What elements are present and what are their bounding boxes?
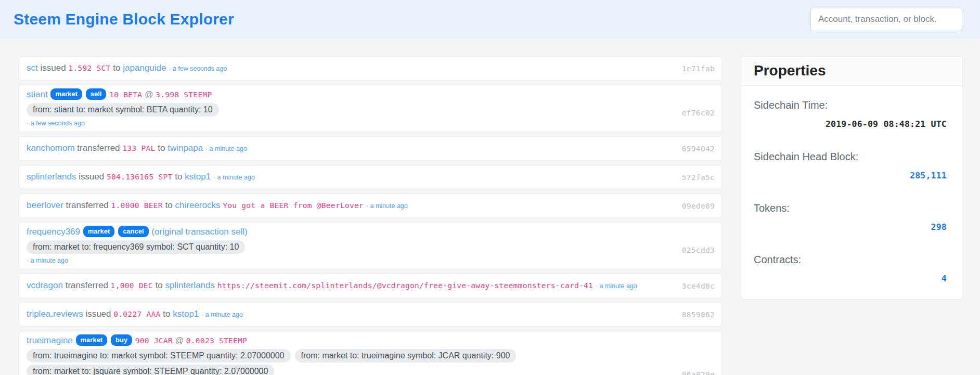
transfer-detail-pill: from: market to: jsquare symbol: STEEMP … [27, 365, 274, 375]
sidechain-head-block-link[interactable]: 285,111 [754, 171, 947, 180]
account-link[interactable]: chireerocks [175, 200, 221, 210]
transaction-id: 572fa5c [682, 173, 715, 182]
property-label: Contracts: [754, 254, 947, 266]
account-link[interactable]: vcdragon [27, 280, 63, 290]
transaction-summary: kanchomom transferred 133 PAL to twinpap… [27, 141, 664, 156]
at-symbol: @ [175, 336, 184, 345]
transaction-id: 025cdd3 [682, 246, 715, 254]
amount-code: 133 PAL [122, 144, 155, 152]
transaction-summary: trueimagine market buy 900 JCAR @ 0.0023… [27, 334, 664, 347]
amount-code: 10 BETA [109, 90, 142, 99]
transaction-card: trueimagine market buy 900 JCAR @ 0.0023… [19, 331, 722, 375]
account-link[interactable]: twinpapa [167, 143, 203, 153]
timestamp-link[interactable]: a minute ago [217, 174, 255, 181]
amount-code: 1,000 DEC [111, 281, 153, 290]
separator-dot: · [205, 145, 210, 152]
account-link[interactable]: stiant [27, 89, 48, 99]
account-link[interactable]: frequency369 [27, 227, 80, 237]
transaction-id: 09ede89 [682, 202, 715, 210]
property-sidechain-time: Sidechain Time: 2019-06-09 08:48:21 UTC [754, 99, 947, 129]
transaction-summary: vcdragon transferred 1,000 DEC to splint… [27, 279, 664, 293]
market-badge: market [83, 226, 115, 237]
account-link[interactable]: beerlover [27, 200, 63, 210]
properties-title: Properties [754, 62, 950, 79]
property-label: Tokens: [754, 202, 947, 214]
account-link[interactable]: japanguide [123, 63, 166, 73]
transaction-card: vcdragon transferred 1,000 DEC to splint… [19, 274, 722, 298]
separator-dot: · [213, 174, 217, 181]
search-input[interactable] [810, 8, 962, 31]
sidechain-time-value: 2019-06-09 08:48:21 UTC [754, 119, 947, 129]
transaction-id: 6594042 [682, 145, 715, 153]
transaction-id: 3ce4d8c [682, 282, 715, 290]
transfer-details-row: from: trueimagine to: market symbol: STE… [27, 349, 664, 363]
transfer-detail-pill: from: trueimagine to: market symbol: STE… [27, 349, 291, 363]
properties-panel: Properties Sidechain Time: 2019-06-09 08… [741, 56, 963, 300]
transaction-summary: beerlover transferred 1.0000 BEER to chi… [27, 199, 664, 213]
transaction-card: kanchomom transferred 133 PAL to twinpap… [19, 136, 722, 161]
transaction-summary: triplea.reviews issued 0.0227 AAA to kst… [27, 307, 664, 321]
transfer-details-row: from: stiant to: market symbol: BETA qua… [27, 103, 664, 117]
transaction-card: triplea.reviews issued 0.0227 AAA to kst… [19, 302, 722, 327]
account-link[interactable]: triplea.reviews [27, 309, 83, 319]
action-text: transferred [77, 143, 120, 153]
action-text: to [113, 63, 120, 73]
amount-code: 0.0023 STEEMP [186, 337, 247, 345]
original-transaction-link[interactable]: (original transaction sell) [151, 227, 247, 237]
transaction-id: ef76c02 [682, 109, 715, 117]
contracts-count-link[interactable]: 4 [754, 274, 947, 283]
action-text: to [156, 280, 163, 290]
account-link[interactable]: kstop1 [185, 172, 211, 182]
amount-code: 1.0000 BEER [111, 201, 163, 210]
market-badge: market [76, 334, 108, 346]
account-link[interactable]: sct [27, 63, 38, 73]
property-sidechain-head-block: Sidechain Head Block: 285,111 [754, 151, 947, 180]
separator-dot: · [27, 257, 31, 264]
transaction-card: frequency369 market cancel (original tra… [19, 222, 722, 269]
timestamp-link[interactable]: a few seconds ago [31, 120, 85, 127]
transfer-detail-pill: from: stiant to: market symbol: BETA qua… [27, 103, 219, 117]
timestamp-link[interactable]: a minute ago [370, 202, 407, 210]
action-text: issued [40, 63, 66, 73]
transaction-id: 8859862 [682, 311, 715, 319]
transaction-summary: stiant market sell 10 BETA @ 3.998 STEEM… [27, 88, 664, 101]
transaction-summary: frequency369 market cancel (original tra… [27, 226, 664, 238]
timestamp-link[interactable]: a minute ago [31, 257, 68, 264]
amount-code: 3.998 STEEMP [156, 90, 212, 99]
separator-dot: · [27, 120, 31, 127]
separator-dot: · [169, 65, 173, 72]
amount-code: 900 JCAR [135, 337, 173, 345]
transfer-details-row: from: market to: frequency369 symbol: SC… [27, 240, 664, 254]
account-link[interactable]: splinterlands [27, 172, 76, 182]
action-text: to [165, 200, 173, 210]
properties-header: Properties [741, 57, 962, 86]
action-text: to [175, 172, 182, 182]
action-text: transferred [66, 200, 109, 210]
timestamp-link[interactable]: a minute ago [205, 311, 243, 318]
timestamp-link[interactable]: a few seconds ago [173, 65, 227, 72]
tokens-count-link[interactable]: 298 [754, 222, 947, 232]
properties-body: Sidechain Time: 2019-06-09 08:48:21 UTC … [741, 86, 962, 299]
transfer-detail-pill: from: market to: frequency369 symbol: SC… [27, 240, 245, 254]
transfer-detail-pill: from: market to: trueimagine symbol: JCA… [295, 349, 517, 363]
account-link[interactable]: kstop1 [173, 309, 199, 319]
amount-code: https://steemit.com/splinterlands/@vcdra… [217, 281, 593, 290]
transaction-card: sct issued 1.592 SCT to japanguide · a f… [19, 56, 722, 81]
app-title: Steem Engine Block Explorer [14, 10, 234, 28]
timestamp-link[interactable]: a minute ago [210, 145, 247, 152]
separator-dot: · [596, 282, 600, 290]
transaction-summary: sct issued 1.592 SCT to japanguide · a f… [27, 61, 664, 75]
action-text: issued [79, 172, 104, 182]
action-text: issued [85, 309, 111, 319]
buy-badge: buy [111, 334, 132, 346]
transaction-card: stiant market sell 10 BETA @ 3.998 STEEM… [19, 85, 722, 132]
timestamp-link[interactable]: a minute ago [600, 282, 637, 290]
account-link[interactable]: splinterlands [165, 280, 215, 290]
account-link[interactable]: kanchomom [27, 143, 75, 153]
transfer-details-row: from: market to: jsquare symbol: STEEMP … [27, 365, 664, 375]
account-link[interactable]: trueimagine [27, 335, 73, 345]
property-label: Sidechain Head Block: [754, 151, 947, 163]
transaction-summary: splinterlands issued 504.136165 SPT to k… [27, 170, 664, 184]
amount-code: 504.136165 SPT [107, 173, 172, 181]
cancel-badge: cancel [118, 226, 148, 237]
